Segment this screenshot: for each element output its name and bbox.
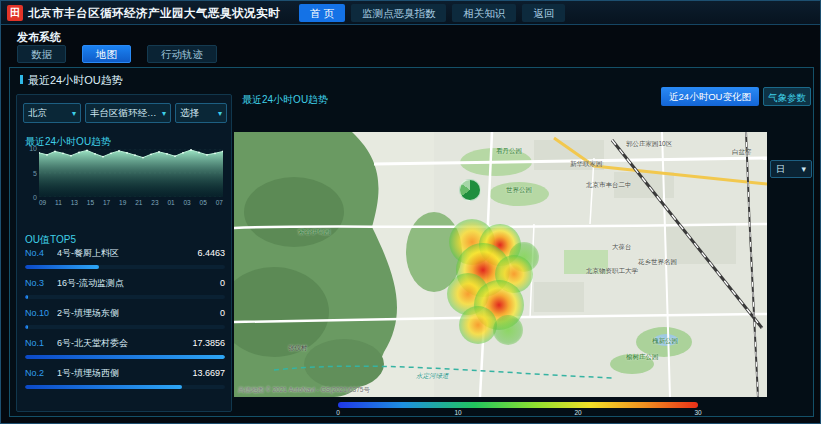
system-label: 发布系统 xyxy=(17,30,61,45)
map-place-label: 世界公园 xyxy=(506,186,532,195)
map-place-label: 花乡世界名园 xyxy=(638,258,677,267)
ou-change-chart-button[interactable]: 近24小时OU变化图 xyxy=(661,87,759,106)
top5-rank: No.2 xyxy=(25,368,57,378)
map-place-label: 槐新公园 xyxy=(652,337,678,346)
panel-title: 最近24小时OU趋势 xyxy=(20,73,123,88)
top5-point-name: 6号-北天堂村委会 xyxy=(57,337,186,350)
point-select[interactable]: 选择 ▾ xyxy=(175,103,227,123)
top5-point-name: 1号-填埋场西侧 xyxy=(57,367,186,380)
trend-x-tick: 19 xyxy=(119,199,126,206)
nav-tab-back[interactable]: 返回 xyxy=(522,4,565,22)
trend-area-chart xyxy=(39,149,223,197)
heatmap-legend: 0102030 xyxy=(338,402,698,418)
trend-x-tick: 07 xyxy=(216,199,223,206)
top5-bar-fill xyxy=(25,385,182,389)
map-place-label: 榆树庄公园 xyxy=(626,353,659,362)
top5-value: 13.6697 xyxy=(192,368,225,378)
top5-item[interactable]: No.102号-填埋场东侧0 xyxy=(25,307,225,337)
trend-x-tick: 17 xyxy=(103,199,110,206)
nav-tab-odor-index[interactable]: 监测点恶臭指数 xyxy=(351,4,447,22)
trend-x-tick: 01 xyxy=(167,199,174,206)
top5-rank: No.1 xyxy=(25,338,57,348)
tab-map[interactable]: 地图 xyxy=(82,45,131,63)
trend-chart: 1050 091113151719212301030507 xyxy=(25,149,223,209)
map-place-label: 郭公庄家园10区 xyxy=(626,140,672,149)
nav-tab-home[interactable]: 首 页 xyxy=(299,4,345,22)
map-place-label: 看丹公园 xyxy=(496,147,522,156)
top5-item[interactable]: No.21号-填埋场西侧13.6697 xyxy=(25,367,225,397)
trend-x-tick: 11 xyxy=(55,199,62,206)
map-place-label: 白盆窑 xyxy=(732,148,752,157)
trend-x-tick: 03 xyxy=(184,199,191,206)
top5-item[interactable]: No.316号-流动监测点0 xyxy=(25,277,225,307)
chevron-down-icon: ▾ xyxy=(162,109,166,118)
trend-x-axis: 091113151719212301030507 xyxy=(39,199,223,206)
top5-bar-track xyxy=(25,325,225,329)
app-header: 田 北京市丰台区循环经济产业园大气恶臭状况实时 首 页 监测点恶臭指数 相关知识… xyxy=(1,1,820,25)
map-place-label: 北京物资职工大学 xyxy=(586,267,638,276)
top5-item[interactable]: No.44号-餐厨上料区6.4463 xyxy=(25,247,225,277)
trend-y-tick: 5 xyxy=(25,170,37,177)
trend-x-tick: 09 xyxy=(39,199,46,206)
map-section-title: 最近24小时OU趋势 xyxy=(242,93,328,107)
top5-bar-fill xyxy=(25,355,225,359)
filter-row: 北京 ▾ 丰台区循环经济产业园 ▾ 选择 ▾ xyxy=(23,103,227,123)
weather-params-button[interactable]: 气象参数 xyxy=(763,87,811,106)
app-logo-icon: 田 xyxy=(7,5,23,21)
nav-tab-knowledge[interactable]: 相关知识 xyxy=(452,4,516,22)
top5-point-name: 4号-餐厨上料区 xyxy=(57,247,191,260)
city-select[interactable]: 北京 ▾ xyxy=(23,103,81,123)
view-tabs: 数据 地图 行动轨迹 xyxy=(17,45,217,63)
top5-value: 0 xyxy=(220,308,225,318)
legend-tick-label: 30 xyxy=(694,409,701,416)
tab-track[interactable]: 行动轨迹 xyxy=(147,45,217,63)
legend-tick-label: 0 xyxy=(336,409,340,416)
district-select-value: 丰台区循环经济产业园 xyxy=(90,107,159,120)
legend-tick-label: 10 xyxy=(454,409,461,416)
legend-tick-label: 20 xyxy=(574,409,581,416)
point-select-value: 选择 xyxy=(180,107,199,120)
chevron-down-icon: ▾ xyxy=(218,109,222,118)
legend-gradient-bar xyxy=(338,402,698,408)
top5-rank: No.3 xyxy=(25,278,57,288)
top5-point-name: 2号-填埋场东侧 xyxy=(57,307,214,320)
map-place-label: 北京市丰台二中 xyxy=(586,181,632,190)
top5-bar-fill xyxy=(25,325,28,329)
top-nav: 首 页 监测点恶臭指数 相关知识 返回 xyxy=(299,4,565,22)
map-place-label: 紫谷伊甸园 xyxy=(298,228,331,237)
app-root: 田 北京市丰台区循环经济产业园大气恶臭状况实时 首 页 监测点恶臭指数 相关知识… xyxy=(0,0,821,424)
top5-item[interactable]: No.16号-北天堂村委会17.3856 xyxy=(25,337,225,367)
trend-x-tick: 23 xyxy=(151,199,158,206)
trend-x-tick: 15 xyxy=(87,199,94,206)
trend-chart-title: 最近24小时OU趋势 xyxy=(25,135,111,149)
trend-y-axis: 1050 xyxy=(25,145,37,201)
top5-point-name: 16号-流动监测点 xyxy=(57,277,214,290)
top5-bar-fill xyxy=(25,295,28,299)
top5-bar-fill xyxy=(25,265,99,269)
time-granularity-select[interactable]: 日 ▾ xyxy=(770,160,812,178)
trend-x-tick: 05 xyxy=(200,199,207,206)
map-place-label: 新华联家园 xyxy=(570,160,603,169)
map-canvas[interactable]: 郭公庄家园10区 看丹公园 新华联家园 世界公园 北京市丰台二中 紫谷伊甸园 大… xyxy=(234,132,767,397)
monitoring-pie-marker xyxy=(459,179,481,201)
district-select[interactable]: 丰台区循环经济产业园 ▾ xyxy=(85,103,171,123)
left-sidebar-card: 北京 ▾ 丰台区循环经济产业园 ▾ 选择 ▾ 最近24小时OU趋势 1050 0… xyxy=(16,94,232,412)
chevron-down-icon: ▾ xyxy=(801,164,806,174)
trend-x-tick: 13 xyxy=(71,199,78,206)
top5-rank: No.4 xyxy=(25,248,57,258)
city-select-value: 北京 xyxy=(28,107,47,120)
top5-value: 6.4463 xyxy=(197,248,225,258)
tab-data[interactable]: 数据 xyxy=(17,45,66,63)
map-attribution: 高德地图 © 2021 AutoNavi - GS(2021)6375号 xyxy=(238,386,370,395)
top5-bar-track xyxy=(25,265,225,269)
map-place-label: 永定河绿道 xyxy=(416,372,449,381)
top5-bar-track xyxy=(25,295,225,299)
top5-value: 0 xyxy=(220,278,225,288)
top5-rank: No.10 xyxy=(25,308,57,318)
top5-value: 17.3856 xyxy=(192,338,225,348)
trend-y-tick: 0 xyxy=(25,194,37,201)
trend-y-tick: 10 xyxy=(25,145,37,152)
main-panel: 最近24小时OU趋势 北京 ▾ 丰台区循环经济产业园 ▾ 选择 ▾ 最近24小时… xyxy=(9,67,814,417)
time-granularity-value: 日 xyxy=(776,163,785,176)
top5-bar-track xyxy=(25,355,225,359)
